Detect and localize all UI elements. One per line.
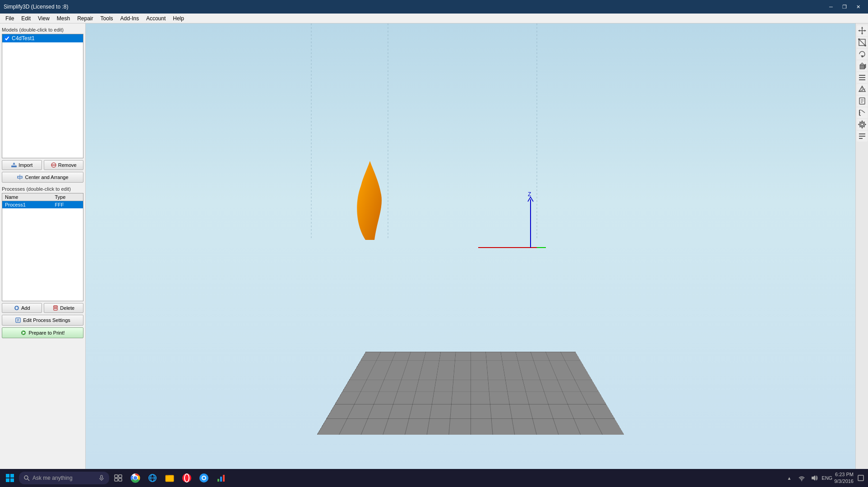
- left-panel: Models (double-click to edit) C4dTest1 I…: [0, 23, 86, 469]
- settings-button[interactable]: [857, 119, 868, 130]
- menu-file[interactable]: File: [2, 14, 18, 23]
- model-name-0: C4dTest1: [12, 35, 35, 41]
- restore-button[interactable]: ❐: [838, 2, 851, 11]
- svg-rect-2: [51, 165, 56, 165]
- add-process-button[interactable]: Add: [2, 303, 42, 313]
- chrome-button[interactable]: [127, 470, 143, 486]
- notification-button[interactable]: [855, 473, 866, 483]
- process-row-0[interactable]: Process1 FFF: [2, 201, 83, 209]
- model-item-0[interactable]: C4dTest1: [2, 34, 83, 42]
- chart-icon: [216, 473, 226, 483]
- close-button[interactable]: ✕: [852, 2, 864, 11]
- main-layout: Models (double-click to edit) C4dTest1 I…: [0, 23, 868, 469]
- svg-marker-1: [13, 162, 15, 165]
- svg-rect-58: [859, 136, 865, 137]
- mesh-icon: [858, 85, 867, 94]
- menu-account[interactable]: Account: [143, 14, 169, 23]
- delete-label: Delete: [60, 305, 74, 311]
- menu-help[interactable]: Help: [169, 14, 188, 23]
- edit-process-button[interactable]: Edit Process Settings: [2, 315, 83, 326]
- notification-icon: [857, 474, 864, 482]
- ie-button[interactable]: [144, 470, 161, 486]
- svg-rect-42: [859, 77, 865, 78]
- clock[interactable]: 6:23 PM 9/3/2016: [834, 471, 854, 485]
- svg-rect-71: [119, 478, 122, 481]
- extra-tool-button[interactable]: [857, 131, 868, 142]
- svg-marker-31: [858, 30, 860, 32]
- svg-marker-87: [812, 475, 815, 481]
- minimize-button[interactable]: ─: [825, 2, 837, 11]
- app-opera[interactable]: [179, 470, 195, 486]
- svg-text:Z: Z: [528, 191, 531, 198]
- app-chart[interactable]: [213, 470, 229, 486]
- right-toolbar: [855, 23, 868, 469]
- view-cube-button[interactable]: [857, 60, 868, 71]
- model-btn-row: Import Remove: [2, 160, 83, 170]
- task-view-button[interactable]: [110, 470, 126, 486]
- menu-view[interactable]: View: [34, 14, 53, 23]
- menubar: File Edit View Mesh Repair Tools Add-Ins…: [0, 14, 868, 23]
- wifi-icon: [798, 474, 805, 482]
- settings-icon: [858, 120, 867, 129]
- col-type: Type: [52, 193, 83, 201]
- scale-tool-button[interactable]: [857, 37, 868, 48]
- prepare-label: Prepare to Print!: [28, 330, 65, 335]
- layer-icon: [858, 73, 867, 82]
- import-button[interactable]: Import: [2, 160, 42, 170]
- model-3d-object: [352, 159, 388, 249]
- center-arrange-button[interactable]: Center and Arrange: [2, 172, 83, 183]
- opera-icon: [181, 473, 192, 483]
- model-checkbox-0[interactable]: [4, 36, 10, 41]
- svg-point-73: [134, 476, 137, 480]
- clock-date: 9/3/2016: [834, 478, 854, 485]
- viewport[interactable]: Z: [86, 23, 855, 469]
- processes-table-container: Name Type Process1 FFF: [2, 193, 83, 301]
- start-button[interactable]: [2, 470, 18, 486]
- add-icon: [14, 305, 20, 311]
- menu-mesh[interactable]: Mesh: [53, 14, 74, 23]
- menu-addins[interactable]: Add-Ins: [117, 14, 143, 23]
- measure-button[interactable]: [857, 107, 868, 118]
- svg-rect-60: [6, 474, 9, 478]
- remove-label: Remove: [58, 162, 77, 168]
- prepare-print-button[interactable]: Prepare to Print!: [2, 327, 83, 338]
- center-arrange-icon: [17, 174, 23, 180]
- menu-tools[interactable]: Tools: [97, 14, 117, 23]
- svg-rect-41: [859, 75, 865, 76]
- chrome-icon: [130, 473, 141, 483]
- mesh-view-button[interactable]: [857, 84, 868, 95]
- prepare-icon: [20, 330, 27, 336]
- view-cube-icon: [858, 61, 867, 70]
- speaker-icon: [811, 474, 818, 482]
- search-icon: [23, 475, 30, 481]
- menu-repair[interactable]: Repair: [74, 14, 97, 23]
- volume-icon[interactable]: [809, 473, 820, 483]
- rotate-tool-button[interactable]: [857, 49, 868, 60]
- svg-point-86: [801, 480, 802, 481]
- explorer-button[interactable]: [162, 470, 178, 486]
- language-indicator[interactable]: ENG: [822, 475, 832, 481]
- network-icon[interactable]: [796, 473, 807, 483]
- svg-marker-39: [860, 63, 864, 65]
- move-tool-button[interactable]: [857, 25, 868, 36]
- edit-process-label: Edit Process Settings: [23, 317, 70, 323]
- support-button[interactable]: [857, 96, 868, 106]
- support-icon: [858, 96, 867, 106]
- center-arrange-label: Center and Arrange: [25, 175, 68, 180]
- processes-table: Name Type Process1 FFF: [2, 193, 83, 208]
- app-browser2[interactable]: [196, 470, 212, 486]
- scale-icon: [858, 38, 867, 47]
- svg-point-64: [24, 476, 28, 479]
- delete-process-button[interactable]: Delete: [44, 303, 84, 313]
- taskbar-search[interactable]: Ask me anything: [19, 472, 109, 484]
- layer-view-button[interactable]: [857, 72, 868, 83]
- svg-rect-85: [223, 475, 225, 482]
- svg-rect-38: [860, 65, 864, 69]
- svg-rect-68: [115, 475, 118, 478]
- remove-icon: [51, 162, 57, 168]
- remove-button[interactable]: Remove: [44, 160, 84, 170]
- menu-edit[interactable]: Edit: [18, 14, 34, 23]
- svg-rect-0: [11, 165, 17, 167]
- tray-expand[interactable]: ▲: [784, 473, 794, 483]
- svg-point-79: [185, 474, 189, 482]
